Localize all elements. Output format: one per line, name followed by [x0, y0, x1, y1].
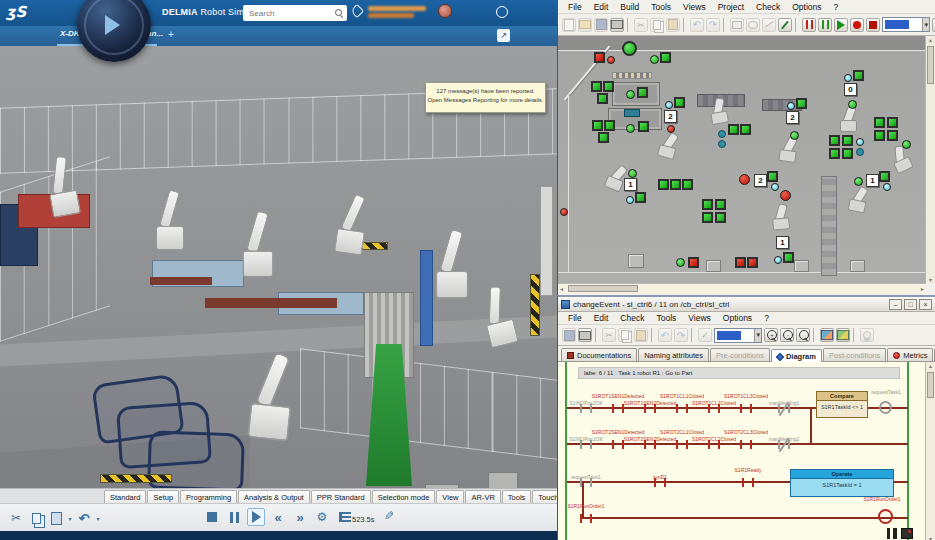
ladder-title-bar[interactable]: changeEvent - sl_ctrl6 / 11 on /cb_ctrl/…: [558, 297, 935, 312]
undob-icon[interactable]: [75, 509, 93, 527]
play-green-icon[interactable]: [834, 18, 848, 32]
undo-icon[interactable]: [690, 18, 704, 32]
menu-item[interactable]: Project: [712, 2, 750, 12]
menu-item[interactable]: File: [562, 313, 588, 323]
help-icon[interactable]: [496, 6, 508, 18]
editor-tab[interactable]: Naming attributes: [638, 348, 709, 361]
menu-item[interactable]: Check: [614, 313, 650, 323]
img2-icon[interactable]: [836, 328, 850, 342]
menu-item[interactable]: ?: [758, 313, 775, 323]
line-icon[interactable]: [762, 18, 776, 32]
lamp-icon[interactable]: [860, 328, 874, 342]
ladder-contact[interactable]: synD1: [648, 471, 672, 493]
combo-icon[interactable]: [882, 17, 930, 32]
pencil-icon[interactable]: [778, 18, 792, 32]
paste-icon[interactable]: [666, 18, 680, 32]
settings-icon[interactable]: [313, 508, 331, 526]
ladder-contact[interactable]: S1ROT1SEN2Detected: [638, 397, 662, 419]
print-icon[interactable]: [610, 18, 624, 32]
search-icon[interactable]: [335, 9, 343, 17]
workbench-tab[interactable]: Programming: [180, 490, 237, 503]
ladder-contact[interactable]: requestTask1: [574, 471, 598, 493]
workbench-tab[interactable]: Standard: [104, 490, 146, 503]
workbench-tab[interactable]: Setup: [147, 490, 179, 503]
new-tab-button[interactable]: +: [168, 29, 174, 40]
stop-icon[interactable]: [203, 508, 221, 526]
stop-red-icon[interactable]: [866, 18, 880, 32]
panel-icon[interactable]: [901, 528, 913, 539]
sim-vertical-scrollbar[interactable]: [925, 36, 935, 283]
sim-horizontal-scrollbar[interactable]: [558, 283, 926, 293]
ladder-vertical-scrollbar[interactable]: [925, 362, 935, 540]
shape-box-icon[interactable]: [730, 18, 744, 32]
cutb-icon[interactable]: [7, 509, 25, 527]
compare-block[interactable]: Compare S1R1TaskId <> 1: [816, 391, 868, 418]
search-input[interactable]: [247, 8, 335, 19]
menu-item[interactable]: Options: [786, 2, 827, 12]
workbench-tab[interactable]: AR-VR: [465, 490, 500, 503]
combo-icon[interactable]: [714, 328, 762, 343]
img1-icon[interactable]: [820, 328, 834, 342]
workbench-tab[interactable]: Analysis & Output: [238, 490, 310, 503]
ladder-contact[interactable]: S1INOPos2OK: [574, 397, 598, 419]
print-icon[interactable]: [578, 328, 592, 342]
menu-item[interactable]: ?: [828, 2, 845, 12]
output-coil[interactable]: [879, 401, 892, 414]
workbench-tab[interactable]: PPR Standard: [311, 490, 371, 503]
maximize-button[interactable]: [904, 299, 917, 310]
new-icon[interactable]: [562, 18, 576, 32]
workbench-tab[interactable]: Selection mode: [372, 490, 436, 503]
caret-icon[interactable]: [67, 509, 73, 527]
menu-item[interactable]: Views: [677, 2, 712, 12]
step-green-icon[interactable]: [818, 18, 832, 32]
ladder-contact[interactable]: manWelding1: [772, 397, 796, 419]
menu-item[interactable]: Build: [614, 2, 645, 12]
menu-item[interactable]: Edit: [588, 313, 615, 323]
caret-icon[interactable]: [95, 509, 101, 527]
menu-item[interactable]: Tools: [645, 2, 677, 12]
menu-item[interactable]: Options: [717, 313, 758, 323]
jog-icon[interactable]: [378, 509, 394, 525]
tag-icon[interactable]: [350, 4, 364, 18]
ladder-contact[interactable]: S1R1RunOrder1: [574, 507, 598, 529]
editor-tab[interactable]: Diagram: [771, 349, 822, 362]
ladder-contact[interactable]: manWelding2: [772, 433, 796, 455]
cut-icon[interactable]: [602, 328, 616, 342]
operate-block[interactable]: Operate S1R1TaskId = 1: [790, 469, 894, 497]
check-icon[interactable]: [698, 328, 712, 342]
pause-icon[interactable]: [887, 528, 897, 539]
zoom-in-icon[interactable]: [764, 328, 778, 342]
copy-icon[interactable]: [650, 18, 664, 32]
user-avat​ar[interactable]: [438, 4, 452, 18]
ladder-contact[interactable]: S1R1Ready: [736, 471, 760, 493]
ladder-contact[interactable]: S1ROT2CL2Closed: [702, 433, 726, 455]
editor-tab[interactable]: Post-conditions: [823, 348, 886, 361]
workbench-tab[interactable]: View: [436, 490, 464, 503]
zoom-fit-icon[interactable]: [796, 328, 810, 342]
editor-tab[interactable]: Pre-conditions: [710, 348, 770, 361]
minimize-button[interactable]: [889, 299, 902, 310]
list-icon[interactable]: [335, 508, 353, 526]
menu-item[interactable]: Check: [750, 2, 786, 12]
undo-icon[interactable]: [658, 328, 672, 342]
cut-icon[interactable]: [634, 18, 648, 32]
paste-icon[interactable]: [634, 328, 648, 342]
menu-item[interactable]: File: [562, 2, 588, 12]
search-box[interactable]: [243, 5, 347, 21]
ladder-contact[interactable]: S1ROT2SEN2Detected: [638, 433, 662, 455]
menu-item[interactable]: Edit: [588, 2, 615, 12]
ladder-contact[interactable]: S1ROT1CL2Closed: [702, 397, 726, 419]
fast-forward-icon[interactable]: [291, 508, 309, 526]
pasteb-icon[interactable]: [47, 509, 65, 527]
record-red-icon[interactable]: [850, 18, 864, 32]
open-icon[interactable]: [578, 18, 592, 32]
redo-icon[interactable]: [674, 328, 688, 342]
redo-icon[interactable]: [706, 18, 720, 32]
editor-tab[interactable]: Metrics: [887, 348, 933, 361]
editor-tab[interactable]: Documentations: [561, 348, 637, 361]
zoom-out-icon[interactable]: [780, 328, 794, 342]
plant-schematic-canvas[interactable]: 2201211: [558, 36, 926, 283]
save-icon[interactable]: [594, 18, 608, 32]
copy-icon[interactable]: [618, 328, 632, 342]
menu-item[interactable]: Tools: [650, 313, 682, 323]
